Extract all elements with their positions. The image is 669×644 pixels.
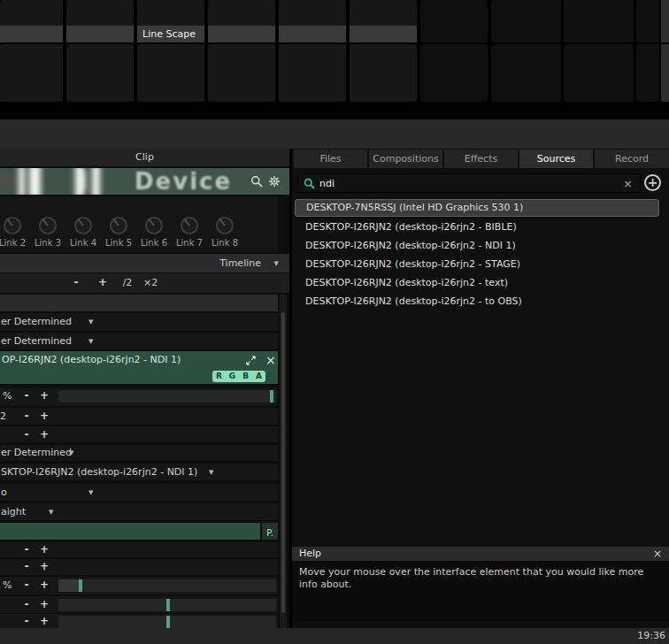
decrement-button[interactable]: - xyxy=(21,560,32,573)
tab-record[interactable]: Record xyxy=(595,150,669,168)
channel-g-button[interactable]: G xyxy=(229,371,235,382)
increment-button[interactable]: + xyxy=(39,598,50,611)
search-icon[interactable] xyxy=(250,175,263,188)
clip-cell[interactable] xyxy=(636,44,659,102)
clip-cell-bar[interactable]: Line Scape xyxy=(137,26,204,42)
decrement-button[interactable]: - xyxy=(21,598,32,611)
source-list-item[interactable]: DESKTOP-I26RJN2 (desktop-i26rjn2 - BIBLE… xyxy=(295,218,659,236)
clip-cell[interactable] xyxy=(137,44,204,102)
search-input[interactable]: ndi × xyxy=(297,173,641,193)
timeline-mode-bar[interactable]: Timeline ▼ xyxy=(0,254,289,272)
increment-button[interactable]: + xyxy=(39,428,50,441)
decrement-button[interactable]: - xyxy=(21,389,32,402)
clip-cell[interactable] xyxy=(350,0,417,42)
speed-plus-button[interactable]: + xyxy=(97,276,108,289)
clip-cell[interactable] xyxy=(491,44,561,102)
chevron-down-icon[interactable]: ▼ xyxy=(69,449,73,456)
chevron-down-icon[interactable]: ▼ xyxy=(49,509,53,516)
clear-search-icon[interactable]: × xyxy=(623,174,633,193)
decrement-button[interactable]: - xyxy=(21,543,32,556)
tab-files[interactable]: Files xyxy=(294,150,367,168)
slider-track[interactable] xyxy=(58,579,276,592)
grid-scrollbar[interactable] xyxy=(661,0,669,42)
clip-cell[interactable] xyxy=(420,44,488,102)
source-list-item[interactable]: DESKTOP-I26RJN2 (desktop-i26rjn2 - STAGE… xyxy=(295,256,659,273)
search-value[interactable]: ndi xyxy=(319,174,334,193)
chevron-down-icon[interactable]: ▼ xyxy=(274,260,279,267)
increment-button[interactable]: + xyxy=(39,615,50,628)
increment-button[interactable]: + xyxy=(39,560,50,573)
tab-effects[interactable]: Effects xyxy=(444,150,518,168)
source-list-item[interactable]: DESKTOP-I26RJN2 (desktop-i26rjn2 - to OB… xyxy=(295,293,659,310)
progress-bar[interactable] xyxy=(0,523,260,540)
clip-cell[interactable] xyxy=(279,0,346,42)
clip-cell[interactable] xyxy=(66,0,134,42)
clip-cell-bar[interactable] xyxy=(0,26,63,42)
clip-cell-bar[interactable] xyxy=(279,26,346,42)
knob-icon[interactable] xyxy=(1,214,24,237)
slider-track[interactable] xyxy=(58,599,276,611)
speed-minus-button[interactable]: - xyxy=(71,276,81,289)
clip-cell[interactable] xyxy=(564,0,634,42)
expand-icon[interactable] xyxy=(246,356,256,365)
source-list-item[interactable]: DESKTOP-I26RJN2 (desktop-i26rjn2 - text) xyxy=(295,274,659,292)
slider-handle[interactable] xyxy=(270,390,273,402)
clip-cell[interactable] xyxy=(564,44,634,102)
timeline-position-bar[interactable] xyxy=(0,295,278,311)
grid-scrollbar[interactable] xyxy=(661,44,669,102)
clip-cell-bar[interactable] xyxy=(350,26,417,42)
decrement-button[interactable]: - xyxy=(21,579,32,592)
knob-icon[interactable] xyxy=(213,214,236,237)
knob-icon[interactable] xyxy=(72,214,95,237)
ndi-source-header[interactable]: OP-I26RJN2 (desktop-i26rjn2 - NDI 1) × xyxy=(0,351,278,369)
clip-cell[interactable] xyxy=(491,0,561,42)
increment-button[interactable]: + xyxy=(39,543,50,556)
chevron-down-icon[interactable]: ▼ xyxy=(88,338,93,345)
slider-handle[interactable] xyxy=(166,616,170,628)
decrement-button[interactable]: - xyxy=(21,410,32,423)
slider-handle[interactable] xyxy=(79,579,82,592)
knob-icon[interactable] xyxy=(178,214,201,237)
clip-preview-banner[interactable]: Device xyxy=(0,168,289,195)
close-icon[interactable]: × xyxy=(653,547,662,561)
clip-cell[interactable] xyxy=(420,0,488,42)
slider-track[interactable] xyxy=(58,616,276,628)
chevron-down-icon[interactable]: ▼ xyxy=(88,489,93,496)
knob-icon[interactable] xyxy=(142,214,165,237)
knob-icon[interactable] xyxy=(36,214,59,237)
increment-button[interactable]: + xyxy=(39,389,50,402)
decrement-button[interactable]: - xyxy=(21,615,32,628)
clip-cell-bar[interactable] xyxy=(208,26,275,42)
channel-b-button[interactable]: B xyxy=(242,371,249,382)
channel-a-button[interactable]: A xyxy=(256,371,262,382)
close-icon[interactable]: × xyxy=(265,351,276,369)
chevron-down-icon[interactable]: ▼ xyxy=(88,318,93,326)
tab-compositions[interactable]: Compositions xyxy=(369,150,442,168)
increment-button[interactable]: + xyxy=(39,579,50,592)
rgba-channel-buttons[interactable]: R G B A xyxy=(212,371,265,382)
channel-r-button[interactable]: R xyxy=(216,371,222,382)
decrement-button[interactable]: - xyxy=(21,428,32,441)
add-source-button[interactable]: + xyxy=(644,174,661,191)
gear-icon[interactable] xyxy=(268,175,281,188)
clip-cell[interactable] xyxy=(279,44,346,102)
source-list-item[interactable]: DESKTOP-I26RJN2 (desktop-i26rjn2 - NDI 1… xyxy=(295,237,659,255)
pause-button[interactable]: P. xyxy=(262,523,278,540)
slider-handle[interactable] xyxy=(166,599,170,611)
clip-cell[interactable] xyxy=(208,44,275,102)
clip-cell[interactable] xyxy=(0,44,63,102)
half-speed-button[interactable]: /2 xyxy=(122,276,133,289)
slider-track[interactable] xyxy=(58,390,276,402)
chevron-down-icon[interactable]: ▼ xyxy=(209,469,213,476)
knob-icon[interactable] xyxy=(107,214,130,237)
clip-cell[interactable] xyxy=(208,0,275,42)
clip-cell[interactable] xyxy=(0,0,63,42)
tab-sources[interactable]: Sources xyxy=(519,150,593,168)
clip-cell[interactable] xyxy=(350,44,417,102)
clip-panel-scrollbar[interactable] xyxy=(280,295,287,628)
clip-cell-bar[interactable] xyxy=(66,26,134,42)
scrollbar-handle[interactable] xyxy=(281,312,285,613)
clip-cell[interactable] xyxy=(636,0,659,42)
clip-cell-line-scape[interactable]: Line Scape xyxy=(137,0,204,42)
clip-cell[interactable] xyxy=(66,44,134,102)
